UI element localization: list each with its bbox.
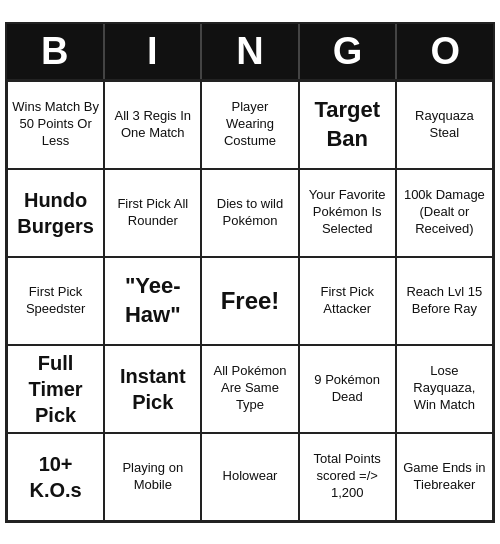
header-o: O (397, 24, 493, 79)
bingo-cell-19: Lose Rayquaza, Win Match (396, 345, 493, 433)
bingo-cell-5: Hundo Burgers (7, 169, 104, 257)
bingo-cell-9: 100k Damage (Dealt or Received) (396, 169, 493, 257)
bingo-cell-6: First Pick All Rounder (104, 169, 201, 257)
bingo-cell-17: All Pokémon Are Same Type (201, 345, 298, 433)
bingo-cell-7: Dies to wild Pokémon (201, 169, 298, 257)
bingo-cell-10: First Pick Speedster (7, 257, 104, 345)
bingo-card: B I N G O Wins Match By 50 Points Or Les… (5, 22, 495, 523)
bingo-cell-16: Instant Pick (104, 345, 201, 433)
header-i: I (105, 24, 203, 79)
bingo-cell-23: Total Points scored =/> 1,200 (299, 433, 396, 521)
bingo-cell-18: 9 Pokémon Dead (299, 345, 396, 433)
bingo-cell-0: Wins Match By 50 Points Or Less (7, 81, 104, 169)
bingo-cell-8: Your Favorite Pokémon Is Selected (299, 169, 396, 257)
bingo-header: B I N G O (7, 24, 493, 79)
bingo-cell-22: Holowear (201, 433, 298, 521)
bingo-cell-11: "Yee-Haw" (104, 257, 201, 345)
bingo-cell-21: Playing on Mobile (104, 433, 201, 521)
bingo-cell-1: All 3 Regis In One Match (104, 81, 201, 169)
header-n: N (202, 24, 300, 79)
bingo-cell-3: Target Ban (299, 81, 396, 169)
bingo-grid: Wins Match By 50 Points Or LessAll 3 Reg… (7, 79, 493, 521)
bingo-cell-20: 10+ K.O.s (7, 433, 104, 521)
bingo-cell-13: First Pick Attacker (299, 257, 396, 345)
header-b: B (7, 24, 105, 79)
header-g: G (300, 24, 398, 79)
bingo-cell-12: Free! (201, 257, 298, 345)
bingo-cell-14: Reach Lvl 15 Before Ray (396, 257, 493, 345)
bingo-cell-4: Rayquaza Steal (396, 81, 493, 169)
bingo-cell-2: Player Wearing Costume (201, 81, 298, 169)
bingo-cell-15: Full Timer Pick (7, 345, 104, 433)
bingo-cell-24: Game Ends in Tiebreaker (396, 433, 493, 521)
